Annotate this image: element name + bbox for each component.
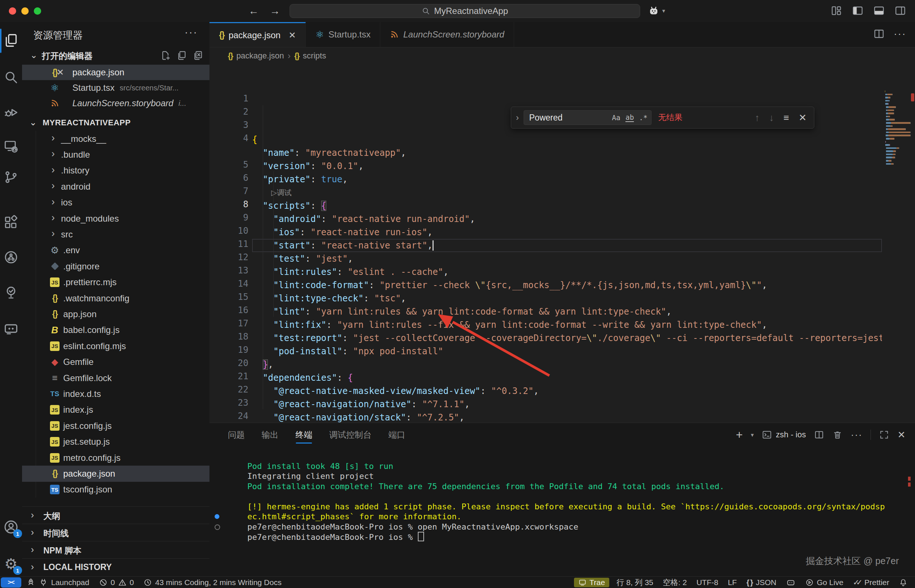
command-center-search[interactable]: MyReactnativeApp xyxy=(290,4,640,18)
tab-Startup.tsx[interactable]: ⚛ Startup.tsx xyxy=(306,22,380,47)
find-in-selection-button[interactable]: ≡ xyxy=(783,112,789,123)
panel-tab-问题[interactable]: 问题 xyxy=(228,423,245,446)
close-all-editors-icon[interactable] xyxy=(192,50,203,61)
panel-tab-调试控制台[interactable]: 调试控制台 xyxy=(329,423,371,446)
file-item-index.d.ts[interactable]: TS index.d.ts xyxy=(22,386,210,402)
tab-LaunchScreen.storyboard[interactable]: LaunchScreen.storyboard xyxy=(380,22,514,47)
new-terminal-button[interactable]: + xyxy=(736,428,743,442)
file-item-Gemfile[interactable]: ◆ Gemfile xyxy=(22,354,210,370)
find-previous-button[interactable]: ↑ xyxy=(755,112,760,123)
folder-item-android[interactable]: › android xyxy=(22,179,210,194)
open-editor-item[interactable]: LaunchScreen.storyboard i... xyxy=(22,95,210,111)
folder-item-src[interactable]: › src xyxy=(22,226,210,242)
code-editor[interactable]: 123456789101112131415161718192021222324 … xyxy=(210,64,915,423)
find-expand-toggle[interactable]: › xyxy=(511,113,524,123)
window-close-button[interactable] xyxy=(9,7,16,15)
find-input[interactable]: Powered Aa ab .* xyxy=(524,110,652,125)
toggle-sidebar-icon[interactable] xyxy=(851,5,864,16)
sidebar-item-mcp[interactable] xyxy=(3,320,19,337)
breadcrumb-file[interactable]: package.json xyxy=(236,51,284,61)
workspace-header[interactable]: ⌄ MYREACTNATIVEAPP xyxy=(22,115,210,131)
code-line-9[interactable]: "test": "jest", xyxy=(252,252,882,265)
save-all-icon[interactable] xyxy=(176,50,187,61)
code-line-2[interactable]: "name": "myreactnativeapp", xyxy=(252,146,882,160)
command-decoration[interactable] xyxy=(215,514,219,519)
sidebar-item-project-share[interactable] xyxy=(3,249,19,265)
file-item-.gitignore[interactable]: .gitignore xyxy=(22,258,210,274)
new-file-icon[interactable] xyxy=(160,50,171,61)
file-item-jest.setup.js[interactable]: JS jest.setup.js xyxy=(22,434,210,449)
code-line-16[interactable]: "pod-install": "npx pod-install" xyxy=(252,345,882,358)
sidebar-section-大纲[interactable]: › 大纲 xyxy=(22,506,210,524)
file-item-jest.config.js[interactable]: JS jest.config.js xyxy=(22,418,210,434)
file-item-eslint.config.mjs[interactable]: JS eslint.config.mjs xyxy=(22,338,210,354)
breadcrumb-symbol[interactable]: scripts xyxy=(303,51,326,61)
folder-item-.history[interactable]: › .history xyxy=(22,163,210,179)
find-close-button[interactable]: ✕ xyxy=(799,112,807,123)
terminal-output[interactable]: Pod install took 48 [s] to run Integrati… xyxy=(228,451,885,532)
codelens-debug[interactable]: ▷调试 xyxy=(252,186,882,199)
code-line-5[interactable]: "scripts": { xyxy=(252,199,882,212)
close-panel-icon[interactable]: ✕ xyxy=(897,429,905,441)
launchpad-button[interactable]: Launchpad xyxy=(21,577,94,588)
kill-terminal-icon[interactable] xyxy=(832,430,842,440)
indentation-status[interactable]: 空格: 2 xyxy=(658,577,692,588)
language-mode-status[interactable]: { } JSON xyxy=(742,577,781,588)
toggle-secondary-sidebar-icon[interactable] xyxy=(894,5,907,16)
minimap[interactable] xyxy=(885,90,910,166)
breadcrumb[interactable]: {} package.json › {} scripts xyxy=(210,47,915,64)
maximize-panel-icon[interactable] xyxy=(879,430,889,440)
cursor-position-status[interactable]: 行 8, 列 35 xyxy=(612,577,658,588)
settings-button[interactable]: ⚙ 1 xyxy=(3,556,19,572)
nav-forward-button[interactable]: → xyxy=(267,5,283,18)
find-next-button[interactable]: ↓ xyxy=(769,112,774,123)
code-line-19[interactable]: "@react-native-masked-view/masked-view":… xyxy=(252,384,882,397)
prettier-status[interactable]: ✓✓ Prettier xyxy=(848,577,894,588)
split-editor-icon[interactable] xyxy=(873,28,885,40)
sidebar-section-时间线[interactable]: › 时间线 xyxy=(22,524,210,541)
file-item-index.js[interactable]: JS index.js xyxy=(22,402,210,418)
code-line-14[interactable]: "lint:fix": "yarn lint:rules --fix && ya… xyxy=(252,318,882,331)
go-live-button[interactable]: Go Live xyxy=(800,577,848,588)
code-line-8[interactable]: "start": "react-native start", xyxy=(252,239,882,252)
sidebar-section-LOCAL HISTORY[interactable]: › LOCAL HISTORY xyxy=(22,558,210,575)
panel-tab-终端[interactable]: 终端 xyxy=(295,423,312,446)
account-button[interactable]: 1 xyxy=(3,519,19,535)
folder-item-__mocks__[interactable]: › __mocks__ xyxy=(22,131,210,147)
code-line-11[interactable]: "lint:code-format": "prettier --check \"… xyxy=(252,279,882,292)
panel-tab-输出[interactable]: 输出 xyxy=(261,423,279,446)
match-case-toggle[interactable]: Aa xyxy=(612,113,620,122)
code-line-17[interactable]: }, xyxy=(252,358,882,371)
folder-item-.bundle[interactable]: › .bundle xyxy=(22,147,210,162)
code-line-13[interactable]: "lint": "yarn lint:rules && yarn lint:co… xyxy=(252,305,882,318)
customize-layout-icon[interactable] xyxy=(830,5,843,16)
open-editor-item[interactable]: ⚛ Startup.tsx src/screens/Star... xyxy=(22,80,210,95)
window-minimize-button[interactable] xyxy=(21,7,29,15)
code-line-20[interactable]: "@react-navigation/native": "^7.1.1", xyxy=(252,397,882,411)
sidebar-item-explorer[interactable] xyxy=(3,32,19,48)
trae-brand-badge[interactable]: Trae xyxy=(574,578,609,587)
panel-tab-端口[interactable]: 端口 xyxy=(389,423,405,446)
file-item-babel.config.js[interactable]: B babel.config.js xyxy=(22,322,210,338)
whole-word-toggle[interactable]: ab xyxy=(625,113,634,122)
ai-status-button[interactable] xyxy=(781,577,800,588)
file-item-.env[interactable]: ⚙ .env xyxy=(22,242,210,258)
toggle-panel-icon[interactable] xyxy=(872,5,886,16)
sidebar-item-extensions[interactable] xyxy=(3,215,19,231)
code-line-7[interactable]: "ios": "react-native run-ios", xyxy=(252,226,882,239)
file-item-.prettierrc.mjs[interactable]: JS .prettierrc.mjs xyxy=(22,275,210,290)
terminal-session-item[interactable]: zsh - ios xyxy=(762,430,806,440)
editor-more-actions[interactable]: ··· xyxy=(894,28,906,40)
split-terminal-icon[interactable] xyxy=(814,430,824,440)
notifications-button[interactable] xyxy=(894,577,915,588)
ai-assistant-button[interactable]: ▾ xyxy=(647,5,665,17)
file-item-Gemfile.lock[interactable]: ≡ Gemfile.lock xyxy=(22,370,210,386)
terminal-more-actions[interactable]: ··· xyxy=(851,429,862,441)
sidebar-item-run-debug[interactable] xyxy=(3,104,19,121)
open-editors-header[interactable]: ⌄ 打开的编辑器 xyxy=(22,47,210,64)
code-line-18[interactable]: "dependencies": { xyxy=(252,371,882,384)
code-line-4[interactable]: "private": true, xyxy=(252,173,882,186)
window-zoom-button[interactable] xyxy=(34,7,41,15)
nav-back-button[interactable]: ← xyxy=(245,5,261,18)
problems-button[interactable]: 0 0 xyxy=(94,577,139,588)
